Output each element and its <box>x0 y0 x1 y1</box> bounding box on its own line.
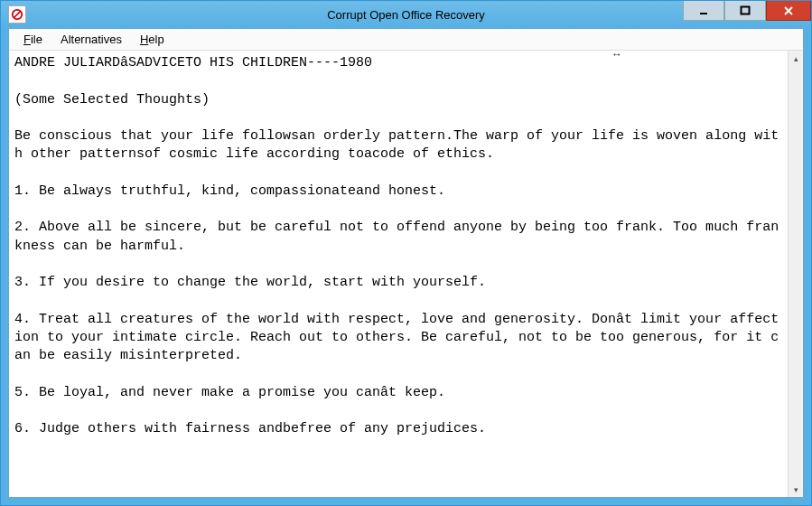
maximize-button[interactable] <box>724 1 766 21</box>
app-icon <box>8 5 26 23</box>
menu-help[interactable]: Help <box>131 31 173 48</box>
window-title: Corrupt Open Office Recovery <box>327 8 485 22</box>
menu-file-rest: ile <box>31 33 42 46</box>
document-text[interactable]: ANDRE JULIARDâSADVICETO HIS CHILDREN----… <box>9 51 788 497</box>
application-window: Corrupt Open Office Recovery File Altern… <box>0 0 812 506</box>
svg-line-1 <box>14 12 21 18</box>
svg-line-5 <box>785 7 792 14</box>
menubar: File Alternatives Help <box>9 29 803 51</box>
svg-rect-3 <box>742 6 750 14</box>
menu-help-rest: elp <box>148 33 163 46</box>
menu-file[interactable]: File <box>14 31 51 48</box>
scroll-down-icon[interactable]: ▾ <box>789 482 803 497</box>
svg-line-4 <box>785 7 792 14</box>
window-controls <box>683 1 811 21</box>
resize-handle-icon[interactable]: ↔ <box>611 48 622 61</box>
vertical-scrollbar[interactable]: ▴ ▾ <box>788 51 803 497</box>
titlebar[interactable]: Corrupt Open Office Recovery <box>1 1 811 28</box>
scroll-up-icon[interactable]: ▴ <box>789 51 803 66</box>
minimize-button[interactable] <box>683 1 724 21</box>
menu-alternatives[interactable]: Alternatives <box>51 31 131 48</box>
close-button[interactable] <box>766 1 811 21</box>
document-wrap: ANDRE JULIARDâSADVICETO HIS CHILDREN----… <box>9 51 803 497</box>
client-area: File Alternatives Help ↔ ANDRE JULIARDâS… <box>8 28 804 498</box>
